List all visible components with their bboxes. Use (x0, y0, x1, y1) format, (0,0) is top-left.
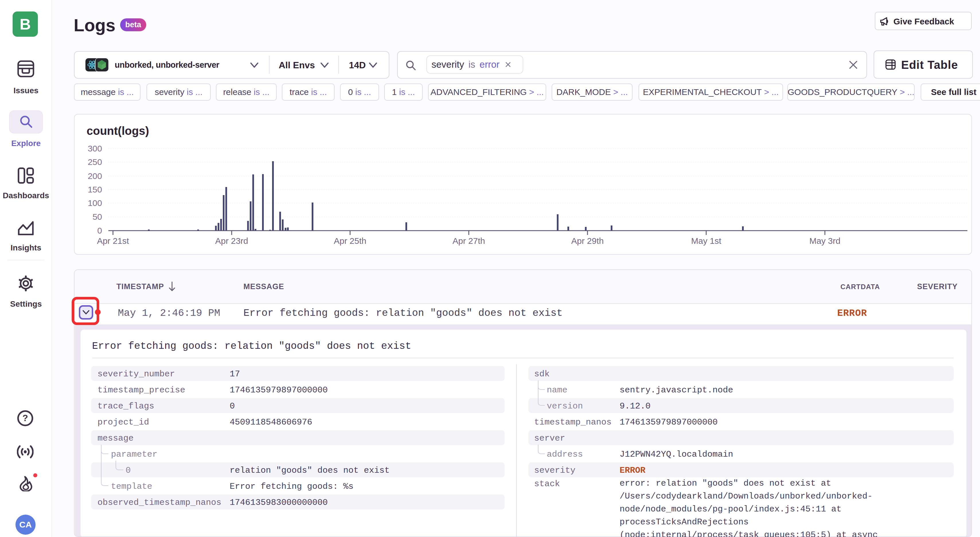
svg-text:200: 200 (88, 171, 102, 181)
svg-text:?: ? (22, 413, 28, 423)
svg-text:150: 150 (88, 185, 102, 194)
svg-text:0: 0 (97, 226, 102, 235)
svg-text:May 3rd: May 3rd (810, 236, 840, 245)
svg-text:100: 100 (88, 198, 102, 208)
svg-text:50: 50 (92, 212, 102, 221)
svg-text:Apr 25th: Apr 25th (334, 236, 366, 245)
svg-text:250: 250 (88, 157, 102, 167)
svg-text:May 1st: May 1st (691, 236, 721, 245)
svg-text:Apr 29th: Apr 29th (571, 236, 603, 245)
svg-text:Apr 27th: Apr 27th (452, 236, 485, 245)
svg-text:Apr 23rd: Apr 23rd (215, 236, 248, 245)
svg-text:300: 300 (88, 144, 102, 153)
svg-text:Apr 21st: Apr 21st (97, 236, 129, 245)
